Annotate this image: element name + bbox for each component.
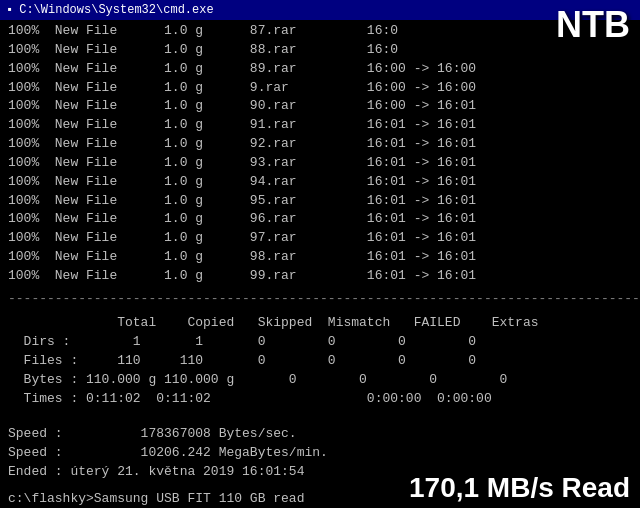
title-bar: ▪ C:\Windows\System32\cmd.exe [0,0,640,20]
stats-row: Dirs : 1 1 0 0 0 0 [8,333,632,352]
file-row: 100% New File 1.0 g 97.rar 16:01 -> 16:0… [8,229,632,248]
file-row: 100% New File 1.0 g 88.rar 16:0 [8,41,632,60]
title-bar-icon: ▪ [6,3,13,17]
stats-header-row: Total Copied Skipped Mismatch FAILED Ext… [8,313,632,334]
speed-line: Speed : 178367008 Bytes/sec. [8,425,632,444]
prompt-text: c:\flashky>Samsung USB FIT 110 GB read [8,491,304,506]
main-content: 100% New File 1.0 g 87.rar 16:0100% New … [0,20,640,483]
file-row: 100% New File 1.0 g 94.rar 16:01 -> 16:0… [8,173,632,192]
file-row: 100% New File 1.0 g 91.rar 16:01 -> 16:0… [8,116,632,135]
file-rows-container: 100% New File 1.0 g 87.rar 16:0100% New … [8,22,632,286]
title-bar-title: C:\Windows\System32\cmd.exe [19,3,213,17]
stats-row: Bytes : 110.000 g 110.000 g 0 0 0 0 [8,371,632,390]
speed-line: Speed : 10206.242 MegaBytes/min. [8,444,632,463]
ntb-label: NTB [556,4,630,46]
file-row: 100% New File 1.0 g 99.rar 16:01 -> 16:0… [8,267,632,286]
stats-row: Times : 0:11:02 0:11:02 0:00:00 0:00:00 [8,390,632,409]
stats-section: Total Copied Skipped Mismatch FAILED Ext… [8,313,632,409]
file-row: 100% New File 1.0 g 96.rar 16:01 -> 16:0… [8,210,632,229]
file-row: 100% New File 1.0 g 90.rar 16:00 -> 16:0… [8,97,632,116]
file-row: 100% New File 1.0 g 98.rar 16:01 -> 16:0… [8,248,632,267]
separator: ----------------------------------------… [8,290,632,309]
file-row: 100% New File 1.0 g 95.rar 16:01 -> 16:0… [8,192,632,211]
bottom-bar: c:\flashky>Samsung USB FIT 110 GB read 1… [0,489,640,508]
file-row: 100% New File 1.0 g 93.rar 16:01 -> 16:0… [8,154,632,173]
file-row: 100% New File 1.0 g 92.rar 16:01 -> 16:0… [8,135,632,154]
file-row: 100% New File 1.0 g 87.rar 16:0 [8,22,632,41]
big-speed-label: 170,1 MB/s Read [409,472,630,504]
file-row: 100% New File 1.0 g 9.rar 16:00 -> 16:00 [8,79,632,98]
file-row: 100% New File 1.0 g 89.rar 16:00 -> 16:0… [8,60,632,79]
stats-row: Files : 110 110 0 0 0 0 [8,352,632,371]
